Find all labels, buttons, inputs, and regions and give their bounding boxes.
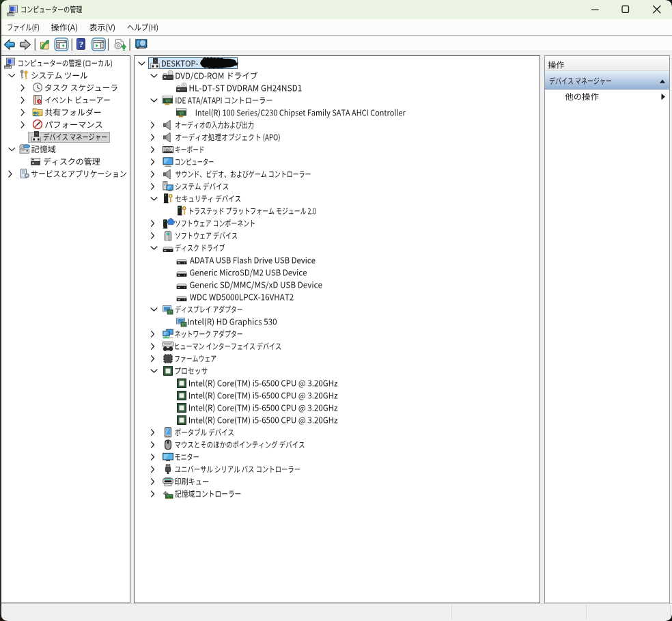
svg-text:?: ? — [79, 39, 83, 49]
